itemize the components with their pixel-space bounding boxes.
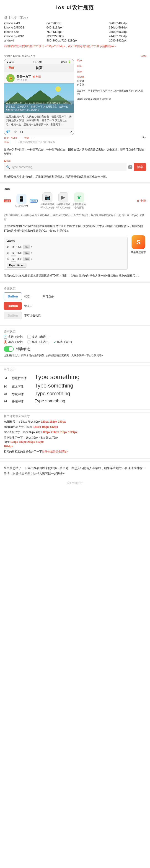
table-row: iphone 6P/6SP 1242*2280px 414dp*736dp (4, 34, 146, 38)
toggle-label: 滑动单选 (16, 347, 30, 351)
icon-size-row-summary: 简单整理了一下：16px 32px 48px 58px 76px 80px 12… (4, 436, 146, 449)
icon-item-camera: 📷 按鈕截圖最近88px次小点击 (40, 192, 55, 209)
device-section-title: 设计尺寸（常用） (4, 16, 146, 20)
format-3x: PNG (23, 257, 30, 261)
right-annotations: 40px 88px 16px 34字体 30字体 24字体 正文字体，不小于28… (77, 59, 146, 101)
phone-image: 这是旅行第一天，大伙的心情都兴奋着，但是问题来了，来到这边我才发现，原来我只有.… (4, 83, 74, 113)
toolbar-icon-1: 💎 (6, 130, 10, 134)
ann-click-area: 切换区域底部保留的最低点击区域 (77, 98, 146, 101)
summary-text: 简单的总结了一下自己做项目以来的经验~ 希望对一些想入行的新人有帮助，如果某些地… (4, 465, 146, 476)
checkbox-desc: 这里就列出几个简单常见的选择状态，如果想要画面更精美，大家多发挥一下自己的灵感~ (4, 352, 146, 359)
button-states-section: 按钮状态 Button 状态一 Button 状态二 Button 不可点击状态… (0, 285, 150, 323)
phone-text-content: 这是旅行第一天，大伙的心情都兴奋着，但是问题来了，来到这边我才发现，原来我只有.… (4, 113, 74, 129)
icon-preview-1x: ▣ (11, 244, 16, 249)
ann-40px: 40px (77, 59, 146, 62)
btn-demo-default[interactable]: Button (4, 292, 22, 300)
font-sample-30: Type something (35, 382, 73, 389)
dim-98px-label: 98px ←→ 切片都是按照最小点击区域保留 (4, 141, 146, 144)
search-left-area: 🔍 Type something (4, 163, 126, 171)
font-row-28: 28 导航字体 Type something (4, 391, 146, 397)
font-label-28: 导航字体 (12, 392, 32, 396)
scale-2x: 2x (7, 251, 9, 255)
toggle-row: 滑动单选 (4, 345, 146, 352)
icon-size-row-mac: mac图标尺寸：16px 32px 48px 128px 256px 512px… (4, 430, 146, 434)
checkbox-checked-label: 多选（选中） (8, 335, 25, 339)
checkbox-row-2: 单选（选中） 单选（未选中） ✓ 单选（选中） (4, 340, 146, 344)
user-date: 2018.1.12 (17, 79, 41, 82)
btn-demo-primary[interactable]: Button (4, 302, 22, 310)
icon-play-label: 拍视图标最近80px次小点击 (56, 203, 70, 209)
search-bar[interactable]: 🔍 Type something ✕ 搜索 (4, 163, 146, 171)
phone-user-row: 🐱 美美一布丁 她 刚刚 2018.1.12 (4, 72, 74, 83)
scale-3x: 3x (7, 257, 9, 261)
pixel-note: 若按照2倍尺寸设计的话，尽量保证数值都是偶数。程序哥哥们()需要换算成dp来排版… (0, 173, 150, 180)
checkbox-checked-icon[interactable]: ✓ (4, 335, 7, 339)
divider-2 (0, 281, 150, 283)
icon-section-title: icon (4, 187, 146, 191)
phone-battery: 100% 🔋 (61, 60, 71, 63)
font-size-24-num: 24 (4, 400, 9, 403)
svg-point-5 (55, 86, 61, 92)
export-group-btn[interactable]: Export Group (7, 263, 26, 268)
toolbar-icon-2: ☆ (14, 130, 17, 134)
export-row-2x: 2x ▣ 80x PNG ▾ (7, 250, 125, 255)
radio-empty-icon[interactable] (27, 340, 31, 344)
icon-preview-3x: ▣ (11, 256, 16, 262)
search-submit-btn[interactable]: 搜索 (134, 163, 146, 171)
dim-24px-note: 24px (141, 136, 146, 139)
checkbox-empty-icon[interactable] (27, 335, 31, 339)
phone-status-bar: ●●●○○ 9:41 AM 100% 🔋 (4, 59, 74, 64)
checkmark-icon: ✓ (54, 341, 56, 344)
table-row: iphone 6/6s 750*1334px 375dp*667dp (4, 30, 146, 34)
sketch-note: 使用sketch的朋友在切图标的时候可根据你建立画布 的尺寸来切。如按照750尺… (4, 224, 146, 233)
radio-checked-icon[interactable] (4, 340, 7, 344)
export-row-3x: 3x ▣ 80x PNG ▾ (7, 256, 125, 262)
device-table: iphone 4/4S 640*960px 320dp*480dp iphone… (4, 21, 146, 43)
font-size-28-num: 28 (4, 393, 9, 396)
chevron-icon-3x: ▾ (31, 257, 32, 261)
btn-states-list: Button 状态一 Button 状态二 Button 不可点击状态 (4, 292, 40, 321)
sketch-section: 使用sketch的朋友在切图标的时候可根据你建立画布 的尺寸来切。如按照750尺… (0, 222, 150, 272)
checkmark-label: 单选（选中） (57, 340, 73, 344)
font-sample-28: Type something (35, 391, 70, 397)
trash-icon: 🗑 (137, 199, 140, 203)
divider-5 (0, 409, 150, 410)
ps-note: 使用ps或者ci的软件的朋友还是建议选择750尺寸设计，在输出图标的时候会方便一… (0, 272, 150, 280)
search-clear-btn[interactable]: ✕ (128, 165, 132, 169)
crown-icon-box: ♛ (74, 192, 84, 203)
font-sample-24: Type something (35, 398, 65, 403)
toggle-switch[interactable] (4, 346, 14, 352)
ann-16px: 16px (77, 70, 146, 73)
size-2x: 80x (18, 251, 22, 255)
delete-action[interactable]: 🗑 删除 (137, 199, 146, 203)
ann-88px: 88px (77, 64, 146, 68)
state-label-1: 状态一 (24, 294, 32, 299)
icon-row: 88px 📱 点击区域尺寸 80px 📷 按鈕截圖最近88px次小点击 ▶ 拍视… (4, 192, 146, 209)
sketch-logo: S (131, 235, 145, 249)
phone-signal: ●●●○○ (7, 61, 14, 63)
page-title: ios ui设计规范 (0, 0, 150, 13)
radio-checked-label: 单选（选中） (8, 340, 25, 344)
btn-states-title: 按钮状态 (4, 286, 146, 290)
checkbox-section-title: 选则状态 (4, 330, 146, 334)
chevron-icon-1x: ▾ (31, 245, 32, 249)
checkbox-section: 选则状态 ✓ 多选（选中） 多选（未选中） 单选（选中） 单选（未选中） ✓ 单… (0, 328, 150, 360)
font-size-30-num: 30 (4, 385, 9, 388)
export-box: Export 1x ▣ 80x PNG ▾ 2x ▣ 80x PNG ▾ 3x (4, 237, 128, 270)
icon-item-phone: 📱 点击区域尺寸 (14, 194, 28, 208)
dim-32px-right: 32px (141, 55, 146, 57)
table-row: iphone 5/5C/5S 640*1134px 320dp*568dp (4, 25, 146, 30)
btn-row-disabled: Button 不可点击状态 (4, 312, 40, 319)
checkbox-empty-label: 多选（未选中） (32, 335, 51, 339)
scale-1x: 1x (7, 245, 9, 249)
footer: 多多互动支持~ (0, 478, 150, 487)
image-overlay: 这是旅行第一天，大伙的心情都兴奋着，但是问题来了，来到这边我才发现，原来我只有.… (4, 100, 74, 113)
divider-4 (0, 362, 150, 363)
radio-empty-item: 单选（未选中） (27, 340, 51, 344)
divider-3 (0, 325, 150, 326)
checkbox-empty-item: 多选（未选中） (27, 335, 51, 339)
nav-back-btn[interactable]: ‹ 导航 (6, 66, 14, 70)
search-icon: 🔍 (6, 165, 10, 169)
highlight-note: 我通常比较习惯用6的尺寸设计~750px*1334px，设计时候考虑5的尺寸显示… (4, 44, 146, 49)
export-row-1x: 1x ▣ 80x PNG ▾ (7, 244, 125, 249)
